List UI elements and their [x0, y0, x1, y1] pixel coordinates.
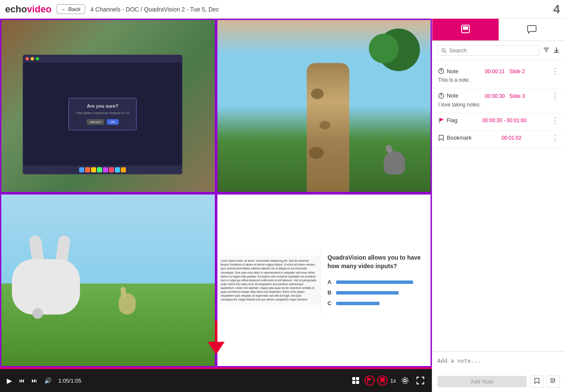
channel-badge: 4 [553, 3, 560, 16]
forward-button[interactable]: ⏭ [30, 375, 39, 386]
squirrel-body [384, 151, 405, 175]
add-note-input[interactable] [437, 356, 560, 372]
svg-point-20 [441, 69, 442, 70]
tab-slides[interactable] [432, 19, 499, 40]
logo-video: video [27, 4, 51, 15]
text-panel: Lorem ipsum dolor sit amet, consectetur … [217, 255, 320, 305]
dock-icon-6 [109, 167, 114, 172]
dialog-title: Are you sure? [76, 103, 129, 109]
tab-chat[interactable] [499, 19, 565, 40]
back-button[interactable]: ← Back [57, 4, 86, 14]
add-note-button[interactable]: Add Note [437, 376, 527, 387]
controls-bar: ▶ ⏮ ⏭ 🔊 1:05/1:05 [0, 369, 432, 392]
main-content: Are you sure? This action cannot be undo… [0, 19, 565, 392]
trunk-spot-1 [311, 89, 324, 99]
svg-marker-6 [380, 378, 385, 383]
option-c-label: C [328, 300, 333, 306]
grid-view-button[interactable] [349, 375, 362, 386]
dock-icon-8 [121, 167, 126, 172]
flag-list-icon [438, 117, 444, 123]
sidebar-bookmark-button[interactable] [530, 375, 544, 388]
note-1-text: This is a note. [438, 77, 559, 84]
dialog-cancel-btn[interactable]: discard [87, 119, 105, 125]
notes-list: Note 00:00:11 Slide 2 ⋮ This is a note. [432, 60, 565, 351]
bookmark-button[interactable] [377, 375, 388, 386]
sidebar-attachment-button[interactable] [546, 375, 560, 388]
download-icon[interactable] [553, 46, 560, 55]
svg-rect-28 [551, 378, 554, 383]
fullscreen-button[interactable] [414, 375, 427, 386]
header: echovideo ← Back 4 Channels - DOC / Quad… [0, 0, 565, 19]
note-1-slide[interactable]: Slide 2 [509, 69, 525, 74]
search-input[interactable] [449, 47, 536, 54]
note-2-time[interactable]: 00:00:30 [485, 93, 505, 99]
speed-button[interactable]: 1x [390, 378, 396, 384]
svg-point-11 [442, 49, 445, 52]
sidebar-bookmark-icon [534, 378, 540, 384]
flag-more[interactable]: ⋮ [551, 117, 559, 124]
dock-icon-4 [97, 167, 102, 172]
flag-time[interactable]: 00:00:30 - 00:01:00 [482, 117, 527, 123]
note-2-more[interactable]: ⋮ [551, 92, 559, 100]
text-content: Lorem ipsum dolor sit amet, consectetur … [221, 259, 317, 301]
svg-marker-26 [439, 135, 443, 140]
bookmark-time[interactable]: 00:01:02 [502, 135, 522, 141]
bunny-body [12, 259, 80, 315]
filter-icon[interactable] [543, 46, 550, 55]
note-2-text: I love taking notes. [438, 101, 559, 109]
trunk-spot-2 [320, 121, 330, 129]
fullscreen-icon [417, 377, 424, 384]
bunny-nose-area [32, 308, 43, 319]
bookmark-type: Bookmark [438, 134, 472, 141]
svg-rect-3 [356, 381, 359, 384]
note-2-slide[interactable]: Slide 3 [509, 93, 525, 99]
dock-icon-5 [103, 167, 108, 172]
logo-echo: echo [5, 4, 27, 15]
svg-point-7 [404, 379, 406, 382]
note-2-times: 00:00:30 Slide 3 [485, 92, 525, 100]
note-item-bookmark: Bookmark 00:01:02 ⋮ [432, 131, 565, 148]
option-a-bar [336, 280, 413, 284]
flag-button[interactable] [365, 375, 375, 386]
cell-tr-bg [217, 20, 431, 192]
computer-window: Are you sure? This action cannot be undo… [23, 54, 183, 175]
play-button[interactable]: ▶ [5, 375, 14, 386]
sidebar-bottom: Add Note [432, 351, 565, 392]
quiz-panel: QuadraVision allows you to have how many… [320, 247, 431, 313]
dialog-ok-btn[interactable]: OK [107, 119, 119, 125]
svg-marker-27 [535, 378, 539, 383]
note-1-times: 00:00:11 Slide 2 [485, 67, 525, 75]
bookmark-more[interactable]: ⋮ [551, 134, 559, 142]
svg-rect-1 [356, 377, 359, 380]
sidebar-search [432, 41, 565, 60]
flag-type: Flag [438, 117, 457, 123]
bookmark-ctrl-icon [379, 377, 386, 384]
rewind-button[interactable]: ⏮ [17, 375, 26, 386]
settings-icon [401, 377, 409, 384]
note-1-more[interactable]: ⋮ [551, 67, 559, 75]
tree-trunk [307, 63, 349, 192]
small-rabbit-body [119, 293, 136, 315]
video-progress-bar[interactable] [0, 367, 432, 369]
settings-button[interactable] [399, 375, 411, 386]
note-1-time[interactable]: 00:00:11 [485, 69, 505, 74]
flag-ctrl-icon [366, 377, 373, 384]
option-a-label: A [328, 279, 333, 285]
small-rabbit-ear [120, 286, 126, 298]
volume-button[interactable]: 🔊 [43, 375, 53, 386]
attachment-icon [550, 378, 556, 384]
dot-yellow [31, 57, 34, 60]
note-icon-1 [438, 68, 444, 74]
filter-svg-icon [543, 46, 550, 53]
note-icon-2 [438, 93, 444, 99]
search-input-wrap [437, 45, 539, 56]
quiz-option-a: A [328, 279, 424, 285]
dialog-msg: This action cannot be undone in V2 [76, 111, 129, 115]
note-2-header: Note 00:00:30 Slide 3 ⋮ [438, 92, 559, 100]
bookmark-list-icon [438, 135, 444, 141]
dock-icon-3 [91, 167, 96, 172]
tree-foliage-2 [369, 34, 399, 63]
note-1-type: Note [438, 68, 458, 74]
svg-rect-2 [352, 381, 355, 384]
sidebar-tabs [432, 19, 565, 41]
